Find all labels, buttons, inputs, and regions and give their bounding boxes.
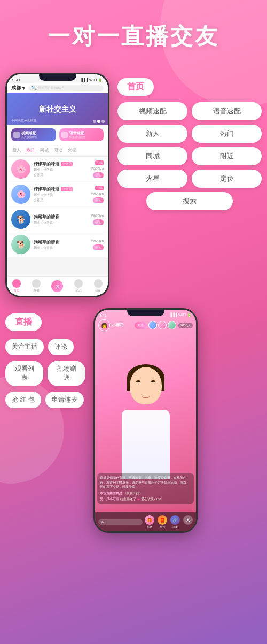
voice-match-sub: 快速搭讪频交 bbox=[69, 135, 85, 139]
heart-icon: ❤ bbox=[137, 497, 140, 501]
profile-icon bbox=[94, 279, 103, 288]
nav-profile[interactable]: 我的 bbox=[94, 279, 103, 293]
top-user-2 bbox=[158, 321, 167, 329]
voice-match-button[interactable]: 语音速配 快速搭讪频交 bbox=[59, 128, 104, 141]
time-display: 9:41 bbox=[12, 78, 21, 82]
chat-input[interactable]: At bbox=[98, 519, 143, 525]
chat-message-1-text: 《从新开始》 bbox=[123, 491, 143, 496]
tab-new[interactable]: 新人 bbox=[11, 147, 22, 154]
banner-dots bbox=[93, 120, 105, 123]
app-header: 成都 ▼ 🔍 搜索用户昵称/ID号 bbox=[7, 83, 108, 93]
search-bar[interactable]: 🔍 搜索用户昵称/ID号 bbox=[28, 85, 104, 91]
video-match-label: 视频速配 bbox=[21, 131, 37, 135]
user-info: 柠檬草的味道 公会员 职业：公务员 公务员 bbox=[34, 186, 88, 203]
live-overlay: 9:41 ▐▐▐WiFi🔋 👩 小哪吒 关注 bbox=[95, 310, 196, 531]
feature-hot[interactable]: 热门 bbox=[192, 125, 262, 143]
live-time: 9:41 bbox=[99, 313, 107, 317]
video-match-button[interactable]: 视频速配 真人视频即友 bbox=[11, 128, 56, 141]
table-row: 🌸 柠檬草的味道 公会员 职业：公务员 公务员 在线 约500km 搭讪 bbox=[9, 157, 106, 182]
banner-text: 新社交主义 bbox=[39, 105, 76, 114]
video-icon bbox=[13, 132, 20, 138]
live-tag-comment[interactable]: 评论 bbox=[48, 339, 74, 355]
chat-content: 直播提倡绿色直播，严请涉黄、涉毒、涉黄公众事，盗视等内容，若背24小时成员，请勿… bbox=[100, 476, 191, 489]
feature-nearby[interactable]: 附近 bbox=[192, 147, 262, 165]
gift-action[interactable]: 🎁 礼物 bbox=[145, 515, 154, 528]
at-label: At bbox=[101, 520, 105, 524]
close-icon[interactable]: ✕ bbox=[183, 515, 193, 525]
avatar: 🌸 bbox=[11, 185, 30, 204]
feature-video-match[interactable]: 视频速配 bbox=[117, 102, 187, 120]
voice-icon bbox=[61, 132, 68, 138]
phone-notch-live bbox=[127, 310, 164, 316]
home-features: 首页 视频速配 语音速配 新人 热门 同城 附近 火星 定位 搜索 bbox=[115, 73, 262, 210]
home-icon bbox=[12, 279, 21, 288]
chat-message-2: 另一只小叮当 给主播送了 ❤ 爱心玫瑰×100 bbox=[100, 497, 191, 502]
status-icons: ▐▐▐ WiFi 🔋 bbox=[80, 78, 103, 82]
connect-action[interactable]: 🔗 连麦 bbox=[170, 515, 180, 528]
user-info: 柠檬草的味道 公会员 职业：公务员 公务员 bbox=[34, 161, 88, 178]
quick-match-section: 视频速配 真人视频即友 语音速配 快速搭讪频交 bbox=[7, 125, 108, 144]
live-host-name: 小哪吒 bbox=[112, 323, 132, 328]
feature-mars[interactable]: 火星 bbox=[117, 170, 187, 188]
live-tag-connect[interactable]: 申请连麦 bbox=[45, 392, 84, 408]
feature-same-city[interactable]: 同城 bbox=[117, 147, 187, 165]
tab-mars[interactable]: 火星 bbox=[67, 147, 77, 154]
phone-notch bbox=[39, 74, 76, 81]
close-action[interactable]: ✕ bbox=[183, 515, 193, 528]
live-tag-gift[interactable]: 礼物赠送 bbox=[48, 361, 85, 386]
user-info: 狗尾草的清香 职业：公务员 bbox=[34, 239, 88, 250]
table-row: 🐕 狗尾草的清香 职业：公务员 约500km 搭讪 bbox=[9, 232, 106, 257]
tab-nearby[interactable]: 附近 bbox=[53, 147, 64, 154]
gift-icon[interactable]: 🎁 bbox=[145, 515, 154, 525]
feature-search-row: 搜索 bbox=[117, 192, 262, 210]
feature-voice-match[interactable]: 语音速配 bbox=[192, 102, 262, 120]
send-button[interactable]: 搭讪 bbox=[93, 244, 104, 250]
live-host-avatar: 👩 bbox=[98, 319, 110, 331]
center-button[interactable]: ⊙ bbox=[51, 280, 63, 292]
live-host-info: 小哪吒 bbox=[112, 323, 132, 328]
live-tag-watchlist[interactable]: 观看列表 bbox=[5, 361, 43, 386]
nav-feed[interactable]: 动态 bbox=[74, 279, 83, 293]
phone-mockup-home: 9:41 ▐▐▐ WiFi 🔋 成都 ▼ 🔍 搜索用户昵称/ID号 bbox=[5, 73, 109, 297]
location-button[interactable]: 成都 ▼ bbox=[11, 85, 26, 91]
bottom-nav: 首页 直播 ⊙ 动态 我的 bbox=[7, 276, 108, 296]
video-match-sub: 真人视频即友 bbox=[21, 135, 37, 139]
feed-icon bbox=[74, 279, 83, 288]
send-button[interactable]: 搭讪 bbox=[93, 172, 104, 178]
live-tags-row3: 抢 红 包 申请连麦 bbox=[5, 392, 85, 408]
tab-same-city[interactable]: 同城 bbox=[39, 147, 50, 154]
tab-hot[interactable]: 热门 bbox=[25, 147, 36, 154]
avatar: 🐕 bbox=[11, 235, 30, 254]
phone-screen: 9:41 ▐▐▐ WiFi 🔋 成都 ▼ 🔍 搜索用户昵称/ID号 bbox=[7, 74, 108, 296]
send-button[interactable]: 搭讪 bbox=[93, 219, 104, 225]
live-section: 直播 关注主播 评论 观看列表 礼物赠送 抢 红 包 申请连麦 bbox=[0, 303, 267, 543]
avatar: 🌸 bbox=[11, 159, 30, 179]
nav-live[interactable]: 直播 bbox=[32, 279, 41, 293]
live-chat: 直播提倡绿色直播，严请涉黄、涉毒、涉黄公众事，盗视等内容，若背24小时成员，请勿… bbox=[97, 473, 194, 504]
live-tag-follow[interactable]: 关注主播 bbox=[5, 339, 44, 355]
live-features: 直播 关注主播 评论 观看列表 礼物赠送 抢 红 包 申请连麦 bbox=[5, 308, 85, 408]
hero-title: 一对一直播交友 bbox=[11, 21, 256, 51]
viewer-count: 2000人 bbox=[178, 323, 193, 328]
follow-button[interactable]: 关注 bbox=[135, 322, 146, 329]
live-status-icons: ▐▐▐WiFi🔋 bbox=[169, 313, 192, 317]
live-tags-row1: 关注主播 评论 bbox=[5, 339, 85, 355]
live-badge: 直播 bbox=[5, 313, 42, 331]
avatar: 🐕 bbox=[11, 210, 30, 229]
feature-location[interactable]: 定位 bbox=[192, 170, 262, 188]
feature-new[interactable]: 新人 bbox=[117, 125, 187, 143]
status-badge: 在线 bbox=[95, 160, 104, 165]
table-row: 🌸 柠檬草的味道 公会员 职业：公务员 公务员 在线 约500km 搭讪 bbox=[9, 182, 106, 207]
send-button[interactable]: 搭讪 bbox=[93, 197, 104, 203]
table-row: 🐕 狗尾草的清香 职业：公务员 约500km 搭讪 bbox=[9, 207, 106, 232]
feature-search[interactable]: 搜索 bbox=[146, 192, 233, 210]
connect-icon[interactable]: 🔗 bbox=[170, 515, 180, 525]
redpacket-icon[interactable]: 🧧 bbox=[158, 515, 167, 525]
nav-home[interactable]: 首页 bbox=[12, 279, 21, 293]
live-bottom-bar: At 🎁 礼物 🧧 红包 🔗 连麦 bbox=[95, 512, 196, 531]
nav-center[interactable]: ⊙ bbox=[51, 280, 63, 292]
redpacket-action[interactable]: 🧧 红包 bbox=[158, 515, 167, 528]
user-info: 狗尾草的清香 职业：公务员 bbox=[34, 214, 88, 225]
live-tag-redpacket[interactable]: 抢 红 包 bbox=[5, 392, 41, 408]
live-tags-row2: 观看列表 礼物赠送 bbox=[5, 361, 85, 386]
